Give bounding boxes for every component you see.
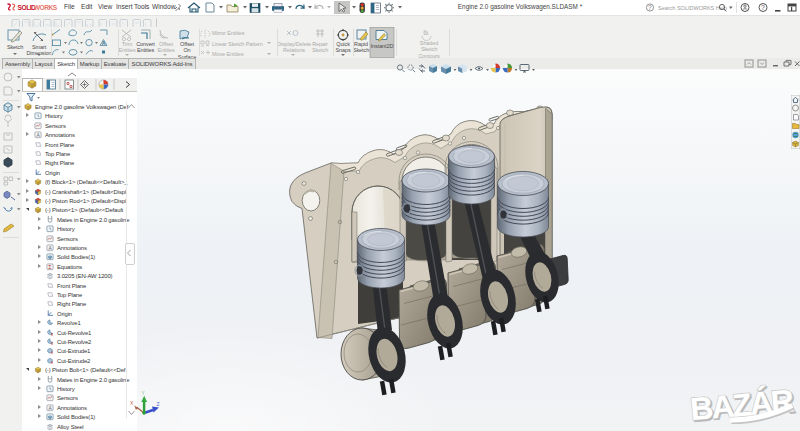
svg-text:?: ? [648, 4, 652, 11]
svg-text:X: X [130, 400, 134, 406]
svg-text:A: A [102, 40, 106, 46]
svg-text:Z: Z [157, 401, 160, 407]
svg-text:Search SOLIDWORKS Help: Search SOLIDWORKS Help [658, 5, 727, 11]
svg-text:Y: Y [142, 391, 145, 396]
svg-text:?: ? [761, 4, 765, 11]
svg-text:WORKS: WORKS [34, 4, 58, 11]
